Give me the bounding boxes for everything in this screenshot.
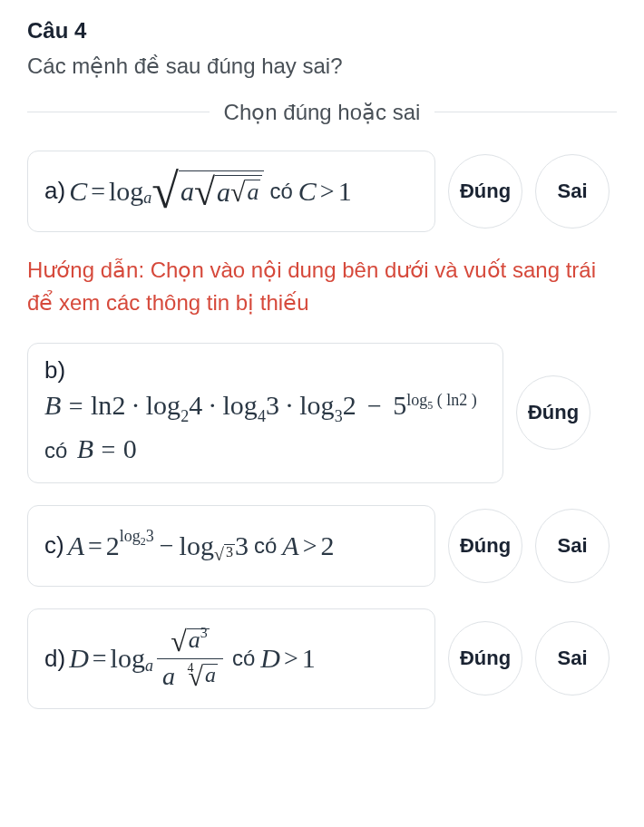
false-button-c[interactable]: Sai bbox=[535, 509, 610, 583]
math-var-C2: C bbox=[298, 176, 317, 207]
question-number: Câu 4 bbox=[27, 18, 617, 44]
question-prompt: Các mệnh đề sau đúng hay sai? bbox=[27, 51, 617, 82]
equals-sign: = bbox=[89, 644, 111, 673]
true-button-a[interactable]: Đúng bbox=[448, 154, 522, 229]
math-var-D: D bbox=[69, 643, 89, 674]
has-word: có bbox=[264, 179, 298, 204]
math-var-C: C bbox=[69, 176, 87, 207]
math-var-B: B bbox=[44, 390, 61, 420]
question-header: Câu 4 Các mệnh đề sau đúng hay sai? bbox=[27, 18, 617, 82]
statement-box-d[interactable]: d) D = loga √a3 a 4 √a có D > 1 bbox=[27, 608, 435, 709]
item-label-d: d) bbox=[44, 645, 65, 673]
item-row-d: d) D = loga √a3 a 4 √a có D > 1 Đúng Sai bbox=[27, 608, 617, 709]
value-1: 1 bbox=[338, 176, 352, 207]
math-var-D2: D bbox=[260, 643, 280, 674]
gt-sign: > bbox=[317, 177, 338, 206]
statement-box-c[interactable]: c) A = 2log23 − log √3 3 có A > 2 bbox=[27, 505, 435, 587]
equals-sign: = bbox=[84, 531, 106, 560]
false-button-d[interactable]: Sai bbox=[535, 621, 610, 696]
hint-text: Hướng dẫn: Chọn vào nội dung bên dưới và… bbox=[27, 254, 617, 319]
item-row-c: c) A = 2log23 − log √3 3 có A > 2 Đúng S… bbox=[27, 505, 617, 587]
value-1-d: 1 bbox=[302, 643, 316, 674]
statement-box-b[interactable]: b) B = ln2 · log24 · log43 · log32 − 5lo… bbox=[27, 343, 503, 483]
divider-line-left bbox=[27, 112, 210, 112]
divider-label: Chọn đúng hoặc sai bbox=[210, 100, 435, 125]
divider-line-right bbox=[434, 112, 617, 112]
gt-sign-d: > bbox=[280, 644, 302, 673]
has-word-c: có bbox=[249, 533, 282, 559]
section-divider: Chọn đúng hoặc sai bbox=[27, 100, 617, 125]
false-button-a[interactable]: Sai bbox=[535, 154, 610, 229]
true-button-d[interactable]: Đúng bbox=[448, 621, 522, 696]
item-row-b: b) B = ln2 · log24 · log43 · log32 − 5lo… bbox=[27, 343, 617, 483]
sqrt-outer: √ a √ a √ a bbox=[151, 170, 264, 212]
math-var-A2: A bbox=[282, 530, 298, 561]
gt-sign-c: > bbox=[299, 531, 321, 560]
statement-box-a[interactable]: a) C = loga √ a √ a √ a có bbox=[27, 151, 435, 232]
item-label-a: a) bbox=[44, 177, 65, 205]
item-row-a: a) C = loga √ a √ a √ a có bbox=[27, 151, 617, 232]
has-word-b: có bbox=[44, 438, 73, 462]
true-button-c[interactable]: Đúng bbox=[448, 509, 522, 583]
value-0: 0 bbox=[123, 433, 137, 463]
value-2: 2 bbox=[320, 530, 334, 561]
has-word-d: có bbox=[227, 646, 260, 671]
item-label-b: b) bbox=[44, 356, 65, 384]
equals-sign: = bbox=[65, 392, 87, 420]
math-var-A: A bbox=[68, 530, 84, 561]
math-var-B2: B bbox=[77, 433, 93, 463]
eq-sign-b: = bbox=[98, 435, 120, 463]
equals-sign: = bbox=[87, 177, 109, 206]
log-op: log bbox=[109, 176, 143, 207]
log-base-a: a bbox=[143, 189, 151, 208]
true-button-b[interactable]: Đúng bbox=[516, 375, 590, 450]
item-label-c: c) bbox=[44, 531, 64, 559]
fraction: √a3 a 4 √a bbox=[157, 626, 223, 692]
